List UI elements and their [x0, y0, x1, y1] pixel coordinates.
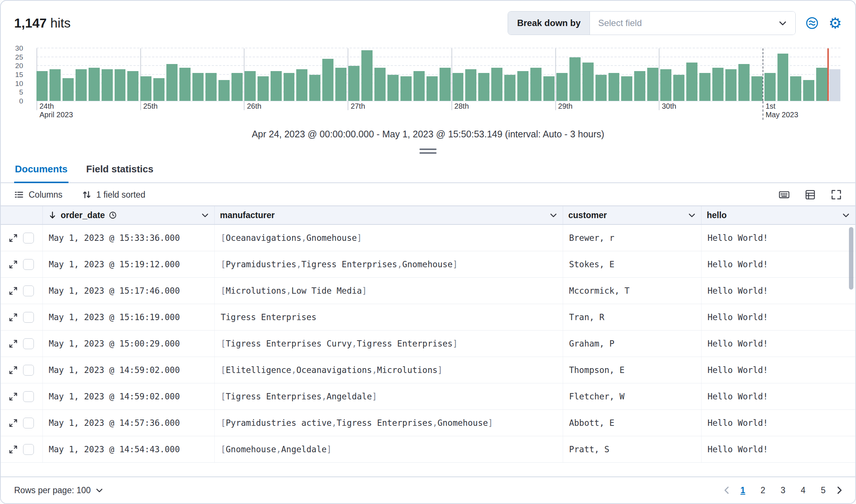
histogram-bar[interactable] — [595, 75, 607, 101]
histogram-bar[interactable] — [374, 68, 386, 101]
histogram-bar[interactable] — [335, 68, 346, 101]
histogram-bar[interactable] — [179, 68, 191, 101]
fullscreen-icon[interactable] — [831, 189, 842, 200]
histogram-bar[interactable] — [686, 63, 697, 101]
gear-icon[interactable]: ⚙ — [828, 16, 842, 31]
histogram-bar[interactable] — [790, 76, 801, 101]
histogram-bar[interactable] — [271, 71, 282, 101]
histogram-bar[interactable] — [309, 75, 320, 101]
histogram-bar[interactable] — [764, 73, 776, 101]
histogram-bar[interactable] — [569, 57, 581, 101]
histogram-bar[interactable] — [751, 76, 763, 101]
histogram-bar[interactable] — [400, 76, 412, 101]
histogram-bar[interactable] — [453, 73, 464, 101]
column-header-order-date[interactable]: order_date — [43, 206, 215, 224]
histogram-bar[interactable] — [634, 71, 645, 101]
histogram-bar[interactable] — [829, 69, 840, 101]
page-1-button[interactable]: 1 — [734, 481, 752, 499]
column-header-hello[interactable]: hello — [702, 206, 855, 224]
histogram-bar[interactable] — [491, 68, 502, 101]
histogram-bar[interactable] — [621, 76, 632, 101]
histogram-bar[interactable] — [153, 78, 165, 101]
histogram-bar[interactable] — [322, 59, 333, 101]
expand-document-icon[interactable] — [8, 444, 18, 454]
select-row-checkbox[interactable] — [23, 259, 34, 270]
histogram-bar[interactable] — [49, 69, 61, 101]
histogram-bar[interactable] — [543, 76, 555, 101]
histogram-bar[interactable] — [231, 73, 243, 101]
histogram-bar[interactable] — [115, 69, 126, 101]
expand-document-icon[interactable] — [8, 392, 18, 402]
histogram-bar[interactable] — [166, 64, 178, 101]
histogram-bar[interactable] — [440, 68, 451, 101]
histogram-bar[interactable] — [387, 75, 399, 101]
histogram-bar[interactable] — [699, 73, 710, 101]
page-3-button[interactable]: 3 — [774, 481, 792, 499]
histogram-bar[interactable] — [284, 73, 295, 101]
page-2-button[interactable]: 2 — [754, 481, 772, 499]
breakdown-field-select[interactable]: Select field — [590, 12, 795, 35]
expand-document-icon[interactable] — [8, 259, 18, 269]
column-header-manufacturer[interactable]: manufacturer — [215, 206, 563, 224]
histogram-bar[interactable] — [582, 63, 594, 101]
vertical-scrollbar[interactable] — [849, 227, 853, 290]
select-row-checkbox[interactable] — [23, 312, 34, 323]
expand-document-icon[interactable] — [8, 339, 18, 349]
histogram-bar[interactable] — [660, 69, 671, 101]
histogram-bar[interactable] — [530, 68, 542, 101]
histogram-bar[interactable] — [517, 71, 528, 101]
histogram-bar[interactable] — [816, 68, 827, 101]
histogram-bar[interactable] — [192, 73, 204, 101]
select-row-checkbox[interactable] — [23, 338, 34, 349]
histogram-bar[interactable] — [504, 75, 515, 101]
chevron-down-icon[interactable] — [201, 211, 209, 219]
next-page-button[interactable] — [834, 485, 844, 495]
chevron-down-icon[interactable] — [688, 211, 696, 219]
histogram-bar[interactable] — [712, 68, 724, 101]
select-row-checkbox[interactable] — [23, 365, 34, 376]
histogram-bar[interactable] — [63, 78, 74, 101]
select-row-checkbox[interactable] — [23, 286, 34, 296]
histogram-bar[interactable] — [361, 50, 373, 101]
histogram-bar[interactable] — [76, 69, 87, 101]
chevron-down-icon[interactable] — [549, 211, 558, 219]
tab-field-statistics[interactable]: Field statistics — [86, 159, 154, 182]
histogram-bar[interactable] — [102, 69, 113, 101]
histogram-bar[interactable] — [127, 71, 138, 101]
histogram-bar[interactable] — [609, 73, 620, 101]
tab-documents[interactable]: Documents — [14, 159, 68, 182]
histogram-bar[interactable] — [556, 73, 568, 101]
histogram-bar[interactable] — [427, 76, 438, 101]
expand-document-icon[interactable] — [8, 233, 18, 243]
histogram-bar[interactable] — [258, 76, 269, 101]
chart-options-icon[interactable] — [805, 16, 819, 30]
keyboard-shortcuts-icon[interactable] — [779, 189, 790, 200]
rows-per-page-button[interactable]: Rows per page: 100 — [14, 485, 103, 495]
histogram-bar[interactable] — [140, 76, 151, 101]
histogram-bar[interactable] — [478, 73, 489, 101]
display-options-icon[interactable] — [805, 189, 816, 200]
columns-button[interactable]: Columns — [14, 190, 63, 200]
expand-document-icon[interactable] — [8, 365, 18, 375]
histogram-bar[interactable] — [413, 71, 425, 101]
histogram-bar[interactable] — [218, 80, 230, 101]
page-5-button[interactable]: 5 — [814, 481, 832, 499]
select-row-checkbox[interactable] — [23, 391, 34, 402]
expand-document-icon[interactable] — [8, 418, 18, 428]
select-row-checkbox[interactable] — [23, 233, 34, 243]
page-4-button[interactable]: 4 — [794, 481, 812, 499]
histogram-bar[interactable] — [348, 66, 360, 101]
column-header-customer[interactable]: customer — [563, 206, 702, 224]
histogram-bar[interactable] — [465, 69, 476, 101]
expand-document-icon[interactable] — [8, 286, 18, 296]
histogram-bar[interactable] — [777, 54, 789, 101]
histogram-bar[interactable] — [205, 73, 217, 101]
chevron-down-icon[interactable] — [842, 211, 850, 219]
histogram-bar[interactable] — [647, 68, 658, 101]
histogram-bar[interactable] — [89, 68, 100, 101]
panel-resize-handle[interactable] — [419, 149, 437, 154]
select-row-checkbox[interactable] — [23, 418, 34, 428]
histogram-bar[interactable] — [296, 69, 307, 101]
histogram-bar[interactable] — [738, 64, 750, 101]
select-row-checkbox[interactable] — [23, 444, 34, 455]
